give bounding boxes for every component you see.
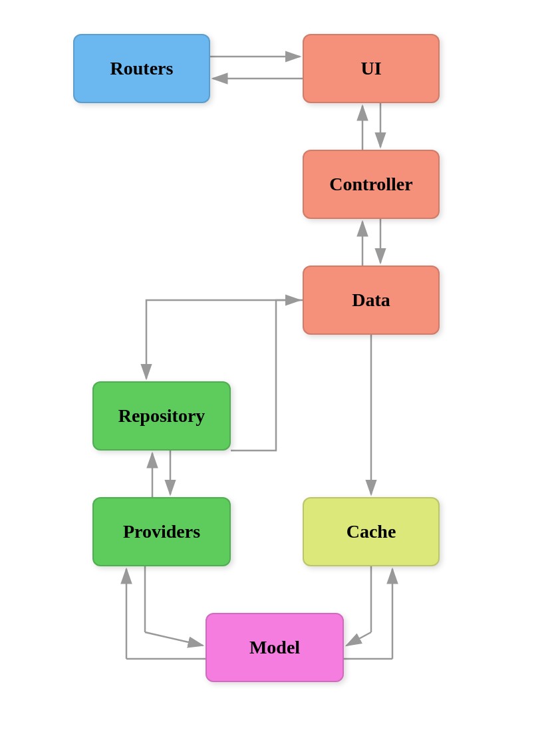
repository-node: Repository bbox=[92, 381, 231, 451]
svg-line-16 bbox=[347, 632, 371, 646]
svg-line-12 bbox=[145, 632, 203, 646]
repository-label: Repository bbox=[118, 405, 206, 427]
model-node: Model bbox=[206, 613, 344, 682]
controller-label: Controller bbox=[329, 174, 412, 195]
cache-label: Cache bbox=[347, 521, 396, 542]
controller-node: Controller bbox=[303, 150, 440, 219]
ui-label: UI bbox=[360, 58, 381, 79]
providers-label: Providers bbox=[123, 521, 200, 542]
routers-node: Routers bbox=[73, 34, 210, 103]
routers-label: Routers bbox=[110, 58, 174, 79]
cache-node: Cache bbox=[303, 497, 440, 566]
data-label: Data bbox=[352, 289, 390, 311]
providers-node: Providers bbox=[92, 497, 231, 566]
ui-node: UI bbox=[303, 34, 440, 103]
model-label: Model bbox=[249, 637, 300, 658]
data-node: Data bbox=[303, 266, 440, 335]
